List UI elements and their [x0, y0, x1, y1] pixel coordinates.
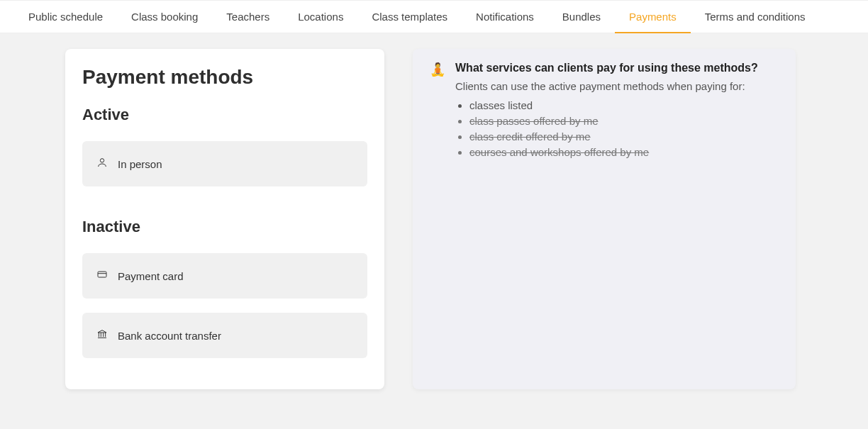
tab-label: Teachers: [226, 11, 269, 23]
tab-label: Class booking: [131, 11, 198, 23]
info-list-item: class passes offered by me: [469, 113, 779, 129]
tab-label: Locations: [298, 11, 343, 23]
tab-teachers[interactable]: Teachers: [212, 1, 284, 33]
info-list-item: courses and workshops offered by me: [469, 145, 779, 160]
tab-label: Public schedule: [28, 11, 103, 23]
svg-rect-1: [98, 272, 106, 277]
tab-terms-and-conditions[interactable]: Terms and conditions: [691, 1, 820, 33]
inactive-heading: Inactive: [82, 218, 367, 236]
tab-class-templates[interactable]: Class templates: [357, 1, 462, 33]
info-list-item: class credit offered by me: [469, 129, 779, 145]
info-list-item: classes listed: [469, 98, 779, 113]
tab-label: Terms and conditions: [705, 11, 806, 23]
payment-method-label: In person: [118, 158, 162, 170]
bank-icon: [96, 328, 108, 342]
info-list: classes listedclass passes offered by me…: [430, 98, 779, 160]
info-emoji-icon: 🧘: [430, 62, 445, 77]
tab-bundles[interactable]: Bundles: [548, 1, 615, 33]
payment-method-bank-account-transfer[interactable]: Bank account transfer: [82, 313, 367, 358]
tab-label: Notifications: [476, 11, 534, 23]
tab-notifications[interactable]: Notifications: [462, 1, 548, 33]
page-title: Payment methods: [82, 66, 367, 89]
tab-payments[interactable]: Payments: [615, 1, 691, 33]
tab-label: Bundles: [562, 11, 601, 23]
payment-method-label: Payment card: [118, 270, 184, 282]
active-heading: Active: [82, 106, 367, 124]
payment-method-payment-card[interactable]: Payment card: [82, 253, 367, 299]
payment-method-in-person[interactable]: In person: [82, 141, 367, 186]
tab-label: Payments: [629, 11, 677, 23]
info-title: What services can clients pay for using …: [455, 62, 758, 74]
person-icon: [96, 157, 108, 171]
payment-methods-card: Payment methods Active In person Inactiv…: [65, 49, 384, 389]
tab-bar: Public scheduleClass bookingTeachersLoca…: [0, 0, 868, 33]
card-icon: [96, 269, 108, 283]
content-area: Payment methods Active In person Inactiv…: [0, 33, 868, 405]
svg-point-0: [100, 159, 104, 162]
tab-locations[interactable]: Locations: [284, 1, 357, 33]
info-subtitle: Clients can use the active payment metho…: [455, 80, 758, 92]
payment-method-label: Bank account transfer: [118, 330, 221, 342]
info-box: 🧘 What services can clients pay for usin…: [413, 49, 796, 389]
tab-public-schedule[interactable]: Public schedule: [14, 1, 117, 33]
tab-label: Class templates: [372, 11, 447, 23]
tab-class-booking[interactable]: Class booking: [117, 1, 212, 33]
